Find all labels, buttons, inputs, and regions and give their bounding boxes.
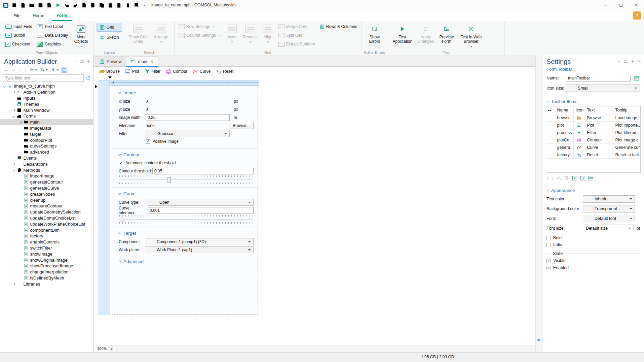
contour-threshold-slider[interactable]: [119, 175, 254, 184]
table-row[interactable]: factory ResetReset to fact...: [546, 151, 640, 159]
tab-form[interactable]: Form: [52, 10, 72, 21]
section-header-advanced[interactable]: Advanced: [119, 259, 254, 264]
browse-file-button[interactable]: Browse...: [229, 122, 254, 129]
tree-item[interactable]: Methods: [0, 167, 93, 173]
tree-item[interactable]: factory: [0, 233, 93, 239]
new-file-icon[interactable]: [20, 2, 26, 8]
tree-item[interactable]: imageData: [0, 125, 93, 131]
tree-item[interactable]: advanced: [0, 149, 93, 155]
chevron-expanded-icon[interactable]: [12, 169, 15, 171]
bold-checkbox[interactable]: [546, 236, 551, 240]
icon-size-dropdown[interactable]: Small: [566, 85, 640, 92]
model-wizard-icon[interactable]: [11, 2, 17, 8]
grid-row-band[interactable]: [99, 80, 110, 315]
rows-and-columns-button[interactable]: Rows & Columns: [318, 22, 358, 31]
tree-item[interactable]: showProcessedImage: [0, 263, 93, 269]
section-header-target[interactable]: Target: [119, 231, 254, 236]
insert-button[interactable]: Insert: [224, 22, 239, 44]
slider-thumb[interactable]: [120, 217, 123, 222]
arrange-button[interactable]: Arrange: [151, 22, 172, 44]
undo-icon[interactable]: [64, 2, 70, 8]
collapse-all-icon[interactable]: [40, 68, 48, 72]
auto-contour-threshold-checkbox[interactable]: [119, 161, 123, 165]
work-plane-dropdown[interactable]: Work Plane 1 (wp1): [145, 246, 254, 253]
toolbar-button-browse[interactable]: Browse: [99, 69, 120, 74]
toolbar-button-plot[interactable]: Plot: [125, 69, 139, 74]
tree-item[interactable]: Main Window: [0, 107, 93, 113]
chevron-collapsed-icon[interactable]: [12, 163, 15, 165]
tree-item-root[interactable]: image_to_curve.mph: [0, 83, 93, 89]
table-row[interactable]: plotCo... ContourPlot image c...: [546, 136, 640, 144]
find-replace-icon[interactable]: [90, 2, 96, 8]
name-field[interactable]: [566, 75, 631, 81]
tree-item[interactable]: generateCurve: [0, 185, 93, 191]
test-in-web-browser-button[interactable]: Test in Web Browser: [458, 22, 484, 48]
scroll-down-arrow-icon[interactable]: [537, 339, 540, 343]
chevron-collapsed-icon[interactable]: [19, 121, 22, 123]
toolbar-items-table[interactable]: ▸▸ Name Icon Text Tooltip browse BrowseL…: [546, 106, 641, 173]
maximize-button[interactable]: [613, 0, 629, 10]
tab-home[interactable]: Home: [28, 10, 49, 21]
section-header-appearance[interactable]: Appearance: [546, 188, 640, 193]
tree-filter-input[interactable]: [3, 74, 84, 82]
tree-item[interactable]: updateCompChoiceList: [0, 215, 93, 221]
delete-icon[interactable]: [125, 2, 131, 8]
test-application-button[interactable]: Test Application: [391, 22, 414, 44]
checkbox-button[interactable]: ✓Checkbox: [4, 40, 34, 48]
background-color-dropdown[interactable]: Transparent: [583, 205, 635, 212]
italic-checkbox[interactable]: [546, 243, 551, 247]
toolbar-button-reset[interactable]: Reset: [216, 69, 233, 74]
input-field-button[interactable]: Input Field: [4, 22, 34, 31]
minimize-button[interactable]: [598, 0, 613, 10]
select-region-icon[interactable]: [134, 2, 140, 8]
move-up-button[interactable]: ↑: [546, 175, 549, 181]
apply-changes-button[interactable]: Apply Changes: [416, 22, 435, 44]
help-button[interactable]: ?: [633, 11, 641, 20]
font-dropdown[interactable]: Default font: [583, 215, 635, 222]
duplicate-icon[interactable]: [116, 2, 122, 8]
enabled-checkbox[interactable]: [546, 266, 551, 270]
tree-item[interactable]: enableControls: [0, 239, 93, 245]
tree-item[interactable]: Inputs: [0, 95, 93, 101]
form-canvas[interactable]: Image x: size0px y: size0px Image width:…: [93, 75, 536, 345]
add-toolbar-button[interactable]: [572, 175, 577, 181]
table-row[interactable]: process FilterPlot filtered i...: [546, 129, 640, 136]
tree-item[interactable]: showOriginalImage: [0, 257, 93, 263]
visible-checkbox[interactable]: [546, 259, 551, 263]
preview-form-button[interactable]: Preview Form: [437, 22, 456, 44]
paste-icon[interactable]: [108, 2, 113, 8]
positive-image-checkbox[interactable]: [146, 139, 150, 144]
tree-item[interactable]: showImage: [0, 251, 93, 257]
vertical-scrollbar[interactable]: [535, 55, 542, 353]
chevron-collapsed-icon[interactable]: [12, 91, 15, 93]
save-as-icon[interactable]: [46, 2, 52, 8]
section-header-curve[interactable]: Curve: [119, 191, 254, 196]
move-up-icon[interactable]: ↑: [19, 67, 21, 72]
chevron-collapsed-icon[interactable]: [12, 109, 15, 111]
show-errors-button[interactable]: Show Errors: [364, 22, 385, 44]
float-panel-icon[interactable]: [624, 59, 628, 63]
curve-tolerance-field[interactable]: [148, 207, 254, 214]
table-row[interactable]: genera... CurveGenerate cur...: [546, 144, 640, 151]
filter-dropdown[interactable]: Gaussian: [146, 130, 230, 137]
panel-menu-chevron-icon[interactable]: [617, 59, 621, 63]
tree-item[interactable]: target: [0, 131, 93, 137]
filter-tree-icon[interactable]: [51, 68, 59, 72]
section-header-toolbar-items[interactable]: Toolbar Items: [546, 99, 640, 104]
go-to-source-button[interactable]: [633, 75, 640, 81]
font-size-combo[interactable]: Default size: [583, 225, 634, 232]
customize-toolbar-chevron-icon[interactable]: [143, 2, 147, 8]
tree-item[interactable]: createNodes: [0, 191, 93, 197]
tree-item[interactable]: curveSettings: [0, 143, 93, 149]
column-settings-button[interactable]: Column Settings: [177, 31, 222, 40]
extract-subform-button[interactable]: Extract Subform: [277, 40, 316, 48]
curve-tolerance-slider[interactable]: [119, 215, 254, 224]
data-display-button[interactable]: 1.23Data Display: [36, 31, 69, 40]
expand-all-icon[interactable]: [29, 68, 37, 72]
forward-icon[interactable]: →: [11, 67, 16, 72]
delete-item-button[interactable]: [557, 176, 562, 181]
back-icon[interactable]: ←: [4, 67, 8, 72]
table-row[interactable]: browse BrowseLoad image...: [546, 114, 640, 122]
chevron-expanded-icon[interactable]: [12, 115, 15, 117]
tree-item[interactable]: switchFilter: [0, 245, 93, 251]
